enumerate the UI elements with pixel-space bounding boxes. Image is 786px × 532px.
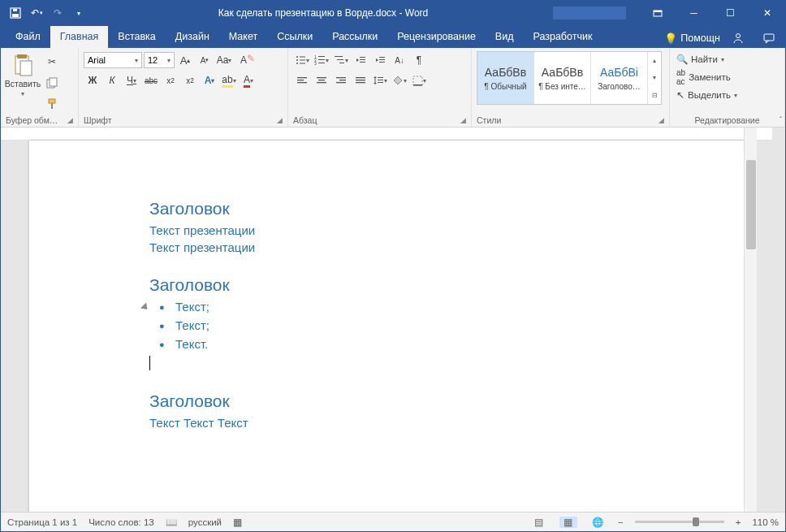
qa-custom-icon[interactable]: ▾ bbox=[69, 3, 89, 23]
doc-para-1[interactable]: Текст презентации bbox=[149, 223, 744, 237]
tab-layout[interactable]: Макет bbox=[219, 26, 267, 48]
tell-me-label: Помощн bbox=[680, 32, 720, 44]
highlight-icon[interactable]: ab▾ bbox=[220, 71, 238, 89]
paste-button[interactable]: Вставить ▾ bbox=[6, 51, 40, 99]
document-page[interactable]: Заголовок Текст презентации Текст презен… bbox=[29, 141, 744, 512]
zoom-slider[interactable] bbox=[635, 521, 724, 523]
zoom-out-button[interactable]: − bbox=[618, 517, 624, 527]
svg-rect-52 bbox=[413, 84, 422, 86]
superscript-icon[interactable]: x2 bbox=[181, 71, 199, 89]
doc-heading-2[interactable]: Заголовок bbox=[149, 275, 744, 295]
macro-icon[interactable]: ▦ bbox=[233, 517, 242, 528]
inc-indent-icon[interactable] bbox=[371, 51, 389, 69]
tab-developer[interactable]: Разработчик bbox=[523, 26, 602, 48]
font-color-icon[interactable]: A▾ bbox=[240, 71, 257, 89]
tab-view[interactable]: Вид bbox=[486, 26, 524, 48]
styles-dialog-launcher[interactable]: ◢ bbox=[659, 116, 664, 124]
status-language[interactable]: русский bbox=[188, 517, 222, 527]
doc-bullet-3[interactable]: Текст. bbox=[175, 337, 744, 351]
numbering-icon[interactable]: 123▾ bbox=[313, 51, 330, 69]
line-spacing-icon[interactable]: ▾ bbox=[371, 71, 389, 89]
style-heading1[interactable]: АаБбВіЗаголово… bbox=[591, 52, 648, 104]
redo-icon[interactable]: ↷ bbox=[48, 3, 67, 23]
zoom-in-button[interactable]: + bbox=[736, 517, 741, 527]
strike-button[interactable]: abc bbox=[142, 71, 160, 89]
change-case-icon[interactable]: Aa▾ bbox=[215, 51, 233, 69]
tell-me-icon[interactable]: 💡Помощн bbox=[664, 32, 720, 45]
styles-group-label: Стили bbox=[477, 115, 501, 125]
dec-indent-icon[interactable] bbox=[352, 51, 369, 69]
bullets-icon[interactable]: ▾ bbox=[293, 51, 311, 69]
tab-references[interactable]: Ссылки bbox=[267, 26, 322, 48]
font-size-combo[interactable]: 12▾ bbox=[144, 52, 175, 68]
format-painter-icon[interactable] bbox=[43, 95, 61, 113]
multilevel-icon[interactable]: ▾ bbox=[332, 51, 350, 69]
user-badge[interactable] bbox=[553, 6, 626, 19]
cut-icon[interactable]: ✂ bbox=[43, 53, 61, 71]
web-layout-icon[interactable]: 🌐 bbox=[589, 517, 607, 528]
svg-rect-39 bbox=[318, 80, 325, 80]
copy-icon[interactable] bbox=[43, 74, 61, 92]
font-dialog-launcher[interactable]: ◢ bbox=[277, 116, 283, 124]
tab-design[interactable]: Дизайн bbox=[166, 26, 219, 48]
shading-icon[interactable]: ▾ bbox=[391, 71, 408, 89]
save-icon[interactable] bbox=[6, 3, 25, 23]
tab-insert[interactable]: Вставка bbox=[108, 26, 165, 48]
maximize-icon[interactable]: ☐ bbox=[712, 1, 749, 25]
style-normal[interactable]: АаБбВв¶ Обычный bbox=[477, 52, 534, 104]
style-scroll[interactable]: ▴▾⊟ bbox=[648, 52, 661, 104]
undo-icon[interactable]: ↶▾ bbox=[27, 3, 46, 23]
clear-format-icon[interactable]: A✎ bbox=[235, 51, 253, 69]
doc-para-2[interactable]: Текст презентации bbox=[149, 240, 744, 254]
find-button[interactable]: 🔍Найти ▾ bbox=[675, 53, 739, 66]
svg-rect-42 bbox=[339, 80, 346, 80]
shrink-font-icon[interactable]: A▾ bbox=[196, 51, 214, 69]
borders-icon[interactable]: ▾ bbox=[410, 71, 428, 89]
doc-heading-3[interactable]: Заголовок bbox=[149, 391, 744, 411]
tab-review[interactable]: Рецензирование bbox=[387, 26, 486, 48]
tab-file[interactable]: Файл bbox=[6, 26, 50, 48]
show-marks-icon[interactable]: ¶ bbox=[410, 51, 428, 69]
align-left-icon[interactable] bbox=[293, 71, 311, 89]
font-name-combo[interactable]: Arial▾ bbox=[84, 52, 142, 68]
scroll-thumb[interactable] bbox=[746, 160, 756, 249]
tab-home[interactable]: Главная bbox=[50, 26, 109, 48]
underline-button[interactable]: Ч▾ bbox=[123, 71, 140, 89]
style-no-spacing[interactable]: АаБбВв¶ Без инте… bbox=[534, 52, 591, 104]
tab-mailings[interactable]: Рассылки bbox=[322, 26, 387, 48]
share-icon[interactable] bbox=[725, 28, 751, 48]
text-effects-icon[interactable]: A▾ bbox=[201, 71, 218, 89]
bold-button[interactable]: Ж bbox=[84, 71, 101, 89]
svg-rect-28 bbox=[339, 63, 344, 63]
comments-icon[interactable] bbox=[756, 28, 782, 48]
italic-button[interactable]: К bbox=[103, 71, 121, 89]
print-layout-icon[interactable]: ▦ bbox=[559, 517, 577, 528]
collapse-ribbon-icon[interactable]: ˆ bbox=[780, 116, 782, 125]
read-mode-icon[interactable]: ▤ bbox=[530, 517, 548, 528]
paragraph-group-label: Абзац bbox=[293, 115, 317, 125]
clipboard-dialog-launcher[interactable]: ◢ bbox=[67, 116, 73, 124]
replace-button[interactable]: abacЗаменить bbox=[675, 67, 739, 87]
zoom-level[interactable]: 110 % bbox=[752, 517, 779, 527]
paragraph-dialog-launcher[interactable]: ◢ bbox=[460, 116, 466, 124]
status-words[interactable]: Число слов: 13 bbox=[89, 517, 154, 527]
doc-bullet-1[interactable]: Текст; bbox=[175, 300, 744, 314]
align-right-icon[interactable] bbox=[332, 71, 350, 89]
style-gallery[interactable]: АаБбВв¶ Обычный АаБбВв¶ Без инте… АаБбВі… bbox=[477, 51, 662, 105]
horizontal-ruler[interactable] bbox=[1, 128, 772, 141]
close-icon[interactable]: ✕ bbox=[749, 1, 785, 25]
vertical-scrollbar[interactable] bbox=[744, 128, 757, 512]
select-button[interactable]: ↖Выделить ▾ bbox=[675, 89, 739, 102]
minimize-icon[interactable]: ─ bbox=[676, 1, 712, 25]
ribbon-options-icon[interactable] bbox=[639, 1, 676, 25]
align-center-icon[interactable] bbox=[313, 71, 330, 89]
spellcheck-icon[interactable]: 📖 bbox=[166, 517, 177, 528]
justify-icon[interactable] bbox=[352, 71, 369, 89]
doc-para-3[interactable]: Текст Текст Текст bbox=[149, 416, 744, 430]
grow-font-icon[interactable]: A▴ bbox=[176, 51, 194, 69]
subscript-icon[interactable]: x2 bbox=[162, 71, 179, 89]
doc-heading-1[interactable]: Заголовок bbox=[149, 199, 744, 218]
doc-bullet-2[interactable]: Текст; bbox=[175, 318, 744, 332]
sort-icon[interactable]: A↓ bbox=[391, 51, 408, 69]
status-page[interactable]: Страница 1 из 1 bbox=[7, 517, 77, 527]
